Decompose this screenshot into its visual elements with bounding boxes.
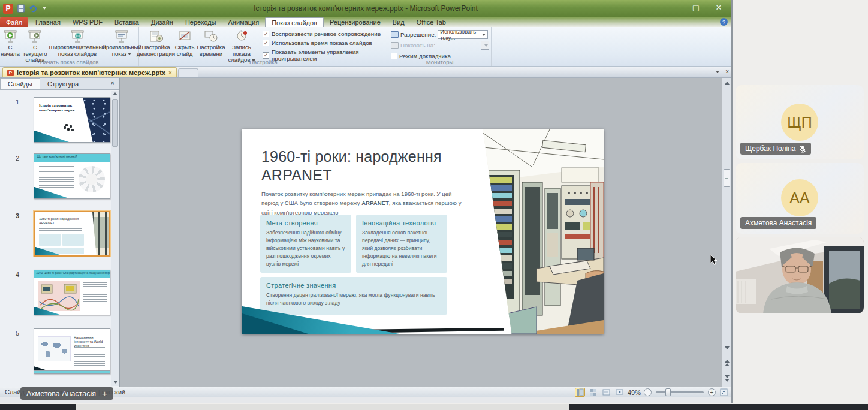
tab-outline[interactable]: Структура xyxy=(40,78,86,89)
monitor-icon xyxy=(391,31,399,38)
help-icon[interactable]: ? xyxy=(720,18,728,26)
group-setup: Настройка демонстрации Скрыть слайд xyxy=(139,27,388,66)
participant-tile-1[interactable]: ЩП Щербак Поліна xyxy=(736,85,864,159)
zoom-notch xyxy=(680,390,680,395)
card-title: Стратегічне значення xyxy=(266,282,441,289)
thumb-number: 5 xyxy=(10,330,19,337)
checkbox-label: Воспроизвести речевое сопровождение xyxy=(272,31,381,37)
new-tab-stub[interactable] xyxy=(178,68,198,77)
card-text: Закладення основ пакетної передачі даних… xyxy=(362,229,441,267)
view-normal-button[interactable] xyxy=(575,388,585,397)
scroll-up-icon[interactable] xyxy=(725,82,730,85)
hide-slide-button[interactable]: Скрыть слайд xyxy=(173,28,197,57)
broadcast-slideshow-button[interactable]: Широковещательный показ слайдов xyxy=(50,28,105,57)
main-area: Слайды Структура × 1 Історія та розвиток… xyxy=(0,78,731,387)
card-text: Створення децентралізованої мережі, яка … xyxy=(266,291,441,307)
slide-thumbnail-6-partial[interactable] xyxy=(34,370,110,373)
document-tab[interactable]: P Історія та розвиток комп'ютерних мереж… xyxy=(2,67,177,77)
participant-tile-2[interactable]: АА Ахметова Анастасія xyxy=(736,163,864,234)
from-beginning-button[interactable]: С начала xyxy=(0,28,20,57)
tab-insert[interactable]: Вставка xyxy=(108,17,145,27)
window-title: Історія та розвиток комп'ютерних мереж.p… xyxy=(0,4,731,13)
thumb-number: 1 xyxy=(10,98,19,105)
tab-file[interactable]: Файл xyxy=(0,17,28,27)
checkbox-play-narrations[interactable]: ✓ Воспроизвести речевое сопровождение xyxy=(263,31,385,37)
card-purpose: Мета створення Забезпечення надійного об… xyxy=(260,215,351,273)
taskbar-light-segment xyxy=(76,404,569,410)
participant-name-badge: Щербак Поліна xyxy=(740,143,811,155)
pptx-file-icon: P xyxy=(7,70,14,76)
dropdown-caret-icon xyxy=(128,53,131,55)
slide-thumbnail-4[interactable]: 1970–1980-ті роки: Стандартизація та поє… xyxy=(34,270,110,315)
resolution-dropdown[interactable]: Использовать теку... xyxy=(438,30,488,39)
screen-custom-icon xyxy=(114,29,129,44)
scroll-down-icon[interactable] xyxy=(725,346,730,349)
monitor-icon-disabled xyxy=(391,42,399,49)
video-tile[interactable] xyxy=(736,237,864,313)
zoom-in-button[interactable]: + xyxy=(708,388,716,396)
tab-office-tab[interactable]: Office Tab xyxy=(411,17,452,27)
zoom-slider[interactable] xyxy=(656,391,704,393)
zoom-slider-thumb[interactable] xyxy=(665,388,671,396)
webcam-video xyxy=(736,237,864,313)
panel-scrollbar[interactable] xyxy=(111,91,119,386)
slide-thumbnail-3-selected[interactable]: 1960-ті роки: народження ARPANET xyxy=(34,211,110,257)
slide-header-band: Що таке комп'ютерні мережі? xyxy=(34,154,110,162)
tab-animations[interactable]: Анимация xyxy=(222,17,266,27)
fit-to-window-button[interactable] xyxy=(719,388,729,397)
mouse-cursor-icon xyxy=(710,254,718,266)
slide-thumbnail-2[interactable]: Що таке комп'ютерні мережі? xyxy=(34,153,110,199)
rehearse-timings-button[interactable]: Настройка времени xyxy=(197,28,225,57)
previous-slide-button[interactable] xyxy=(722,360,731,366)
record-clock-icon xyxy=(234,29,249,44)
button-label: Настройка времени xyxy=(197,44,225,57)
slide-thumbnail-1[interactable]: Історія та розвиток комп'ютерних мереж xyxy=(34,97,110,143)
tab-transitions[interactable]: Переходы xyxy=(179,17,222,27)
slide-thumbnail-5[interactable]: Народження Інтернету та World Wide Web xyxy=(34,328,110,374)
main-scrollbar[interactable] xyxy=(722,78,731,387)
slides-panel-close-icon[interactable]: × xyxy=(111,79,114,86)
tab-slideshow[interactable]: Показ слайдов xyxy=(265,17,324,27)
zoom-out-button[interactable]: – xyxy=(644,388,652,396)
close-button[interactable]: ✕ xyxy=(711,2,727,13)
setup-checkboxes: ✓ Воспроизвести речевое сопровождение ✓ … xyxy=(258,28,385,62)
button-label: Скрыть слайд xyxy=(173,44,197,57)
setup-slideshow-button[interactable]: Настройка демонстрации xyxy=(139,28,173,57)
minimize-button[interactable]: – xyxy=(665,2,681,13)
scroll-down-icon[interactable] xyxy=(113,381,118,384)
tab-wps-pdf[interactable]: WPS PDF xyxy=(67,17,108,27)
view-sorter-button[interactable] xyxy=(588,388,598,397)
dropdown-caret-icon xyxy=(484,44,488,47)
document-tab-close-icon[interactable]: × xyxy=(168,70,172,76)
current-slide[interactable]: ARPA xyxy=(242,129,604,334)
group-start-slideshow: С начала С текущего слайда xyxy=(0,27,139,66)
thumb-number: 4 xyxy=(10,271,19,278)
thumb-title: Що таке комп'ютерні мережі? xyxy=(34,154,76,158)
scrollbar-thumb[interactable] xyxy=(724,169,730,187)
setup-demo-icon xyxy=(148,29,164,44)
taskbar[interactable] xyxy=(0,404,868,410)
scrollbar-thumb[interactable] xyxy=(112,99,118,147)
maximize-button[interactable]: ▢ xyxy=(688,2,704,13)
thumb-title: Народження Інтернету та World Wide Web xyxy=(74,335,107,348)
checkbox-checked-icon: ✓ xyxy=(263,31,269,37)
show-on-row: Показать на: xyxy=(391,41,490,50)
checkbox-use-timings[interactable]: ✓ Использовать время показа слайдов xyxy=(263,40,385,46)
tab-bar-close-icon[interactable]: × xyxy=(725,68,729,75)
next-slide-button[interactable] xyxy=(722,375,731,382)
tab-list-caret-icon[interactable] xyxy=(716,71,719,73)
tab-home[interactable]: Главная xyxy=(29,17,67,27)
tab-review[interactable]: Рецензирование xyxy=(324,17,387,27)
show-on-dropdown xyxy=(481,41,489,50)
tab-slides[interactable]: Слайды xyxy=(0,78,40,89)
plus-icon[interactable]: + xyxy=(102,388,107,399)
zoom-percent: 49% xyxy=(628,389,641,396)
screen-play-icon xyxy=(2,29,18,44)
tab-design[interactable]: Дизайн xyxy=(145,17,179,27)
scroll-up-icon[interactable] xyxy=(113,92,117,95)
view-slideshow-button[interactable] xyxy=(614,388,625,397)
custom-slideshow-button[interactable]: Произвольный показ xyxy=(105,28,138,57)
view-reading-button[interactable] xyxy=(601,388,611,397)
powerpoint-window: P Історія та розвиток комп'ютерних мереж… xyxy=(0,0,733,403)
tab-view[interactable]: Вид xyxy=(387,17,411,27)
